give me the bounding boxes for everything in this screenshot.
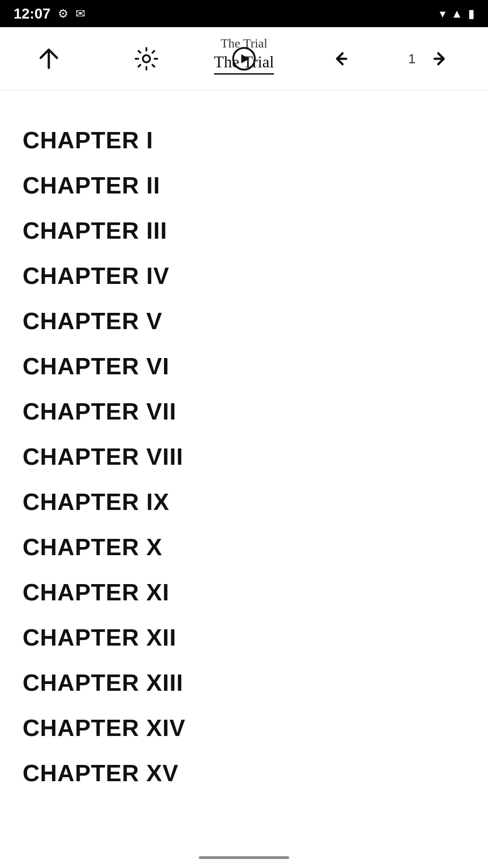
chapter-item[interactable]: CHAPTER V bbox=[23, 298, 465, 344]
chapter-item[interactable]: CHAPTER II bbox=[23, 163, 465, 208]
book-info: The Trial The Trial bbox=[214, 36, 274, 75]
toolbar: The Trial The Trial 1 bbox=[0, 27, 488, 90]
status-left: 12:07 ⚙ ✉ bbox=[14, 5, 85, 22]
up-button[interactable] bbox=[31, 41, 67, 77]
chapter-item[interactable]: CHAPTER III bbox=[23, 208, 465, 253]
battery-icon: ▮ bbox=[468, 7, 474, 21]
chapter-list: CHAPTER ICHAPTER IICHAPTER IIICHAPTER IV… bbox=[23, 118, 465, 796]
chapter-item[interactable]: CHAPTER VI bbox=[23, 344, 465, 389]
svg-point-0 bbox=[143, 55, 150, 62]
mail-status-icon: ✉ bbox=[75, 7, 85, 21]
forward-button[interactable] bbox=[421, 41, 457, 77]
chapter-item[interactable]: CHAPTER XV bbox=[23, 750, 465, 796]
book-subtitle: The Trial bbox=[221, 36, 267, 51]
page-number: 1 bbox=[408, 51, 416, 66]
settings-status-icon: ⚙ bbox=[58, 7, 68, 21]
chapter-item[interactable]: CHAPTER IX bbox=[23, 479, 465, 524]
settings-button[interactable] bbox=[128, 41, 164, 77]
status-bar: 12:07 ⚙ ✉ ▾ ▲ ▮ bbox=[0, 0, 488, 27]
chapter-item[interactable]: CHAPTER XIII bbox=[23, 660, 465, 705]
chapter-item[interactable]: CHAPTER XII bbox=[23, 615, 465, 660]
scroll-indicator bbox=[199, 856, 289, 859]
chapter-item[interactable]: CHAPTER X bbox=[23, 524, 465, 570]
book-title: The Trial bbox=[214, 52, 274, 75]
back-button[interactable] bbox=[324, 41, 360, 77]
chapter-item[interactable]: CHAPTER I bbox=[23, 118, 465, 163]
status-right: ▾ ▲ ▮ bbox=[440, 7, 474, 21]
content-area: CHAPTER ICHAPTER IICHAPTER IIICHAPTER IV… bbox=[0, 90, 488, 832]
chapter-item[interactable]: CHAPTER VIII bbox=[23, 434, 465, 479]
chapter-item[interactable]: CHAPTER XIV bbox=[23, 705, 465, 750]
chapter-item[interactable]: CHAPTER IV bbox=[23, 253, 465, 298]
chapter-item[interactable]: CHAPTER XI bbox=[23, 570, 465, 615]
signal-icon: ▲ bbox=[451, 7, 463, 21]
wifi-icon: ▾ bbox=[440, 7, 446, 21]
chapter-item[interactable]: CHAPTER VII bbox=[23, 389, 465, 434]
status-time: 12:07 bbox=[14, 5, 51, 22]
